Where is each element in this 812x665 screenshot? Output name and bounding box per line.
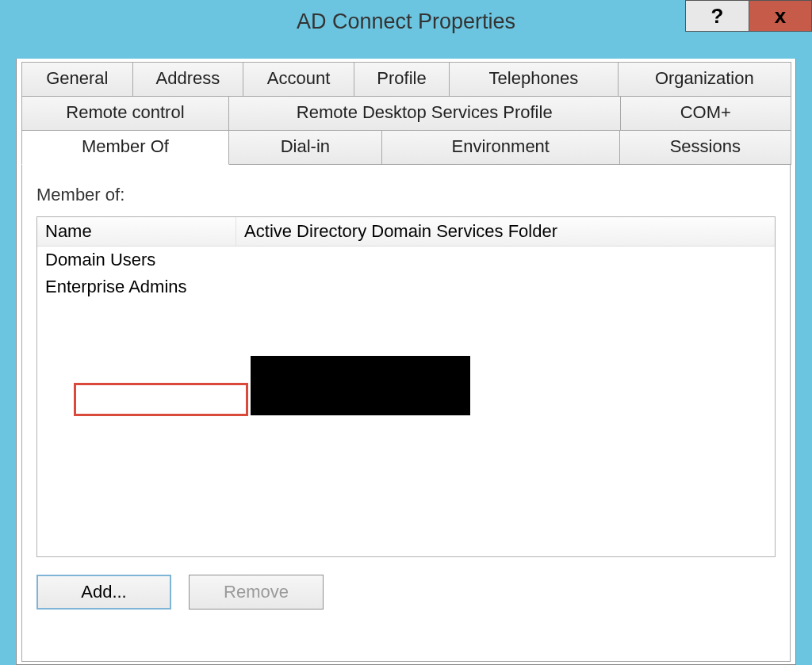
dialog-body: General Address Account Profile Telephon… <box>0 43 812 665</box>
tab-environment[interactable]: Environment <box>381 130 620 165</box>
tab-profile[interactable]: Profile <box>354 62 450 97</box>
column-folder[interactable]: Active Directory Domain Services Folder <box>236 217 775 246</box>
column-name[interactable]: Name <box>37 217 236 246</box>
remove-button[interactable]: Remove <box>189 575 324 610</box>
member-of-label: Member of: <box>36 185 776 205</box>
redaction-block <box>251 356 470 415</box>
group-folder <box>236 258 775 262</box>
group-folder <box>236 285 775 289</box>
list-header: Name Active Directory Domain Services Fo… <box>37 217 775 247</box>
tab-general[interactable]: General <box>21 62 133 97</box>
close-button[interactable]: x <box>749 0 812 32</box>
list-item[interactable]: Domain Users <box>37 247 775 273</box>
tab-telephones[interactable]: Telephones <box>449 62 618 97</box>
button-row: Add... Remove <box>36 575 776 610</box>
titlebar: AD Connect Properties ? x <box>0 0 812 43</box>
tab-com-plus[interactable]: COM+ <box>620 96 791 131</box>
tab-account[interactable]: Account <box>243 62 354 97</box>
tab-dial-in[interactable]: Dial-in <box>228 130 382 165</box>
group-name: Enterprise Admins <box>37 275 236 299</box>
tab-member-of[interactable]: Member Of <box>21 130 229 165</box>
titlebar-buttons: ? x <box>685 0 812 32</box>
tab-panel: General Address Account Profile Telephon… <box>16 59 796 665</box>
help-button[interactable]: ? <box>685 0 749 32</box>
tab-strip: General Address Account Profile Telephon… <box>21 62 791 164</box>
tab-rds-profile[interactable]: Remote Desktop Services Profile <box>228 96 621 131</box>
tab-remote-control[interactable]: Remote control <box>21 96 229 131</box>
group-name: Domain Users <box>37 248 236 272</box>
tab-address[interactable]: Address <box>132 62 244 97</box>
properties-dialog: AD Connect Properties ? x General Addres… <box>0 0 812 665</box>
tab-organization[interactable]: Organization <box>618 62 791 97</box>
add-button[interactable]: Add... <box>36 575 171 610</box>
tab-sessions[interactable]: Sessions <box>619 130 791 165</box>
list-item[interactable]: Enterprise Admins <box>37 273 775 300</box>
